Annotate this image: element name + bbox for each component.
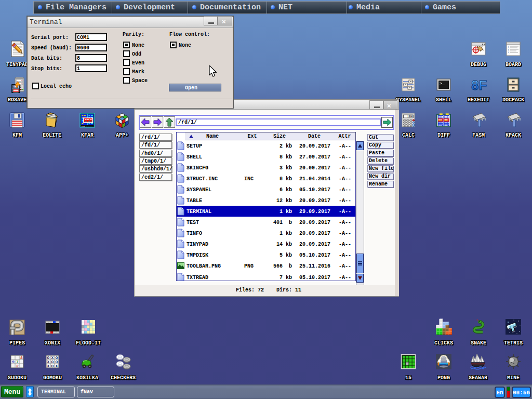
svg-text:EGA: EGA xyxy=(82,125,85,127)
svg-text:9: 9 xyxy=(12,360,15,364)
svg-text:2: 2 xyxy=(16,364,19,368)
svg-text:X: X xyxy=(47,364,50,368)
svg-text:>_: >_ xyxy=(440,81,445,86)
svg-text:8: 8 xyxy=(20,355,23,360)
svg-text:X: X xyxy=(56,364,58,368)
svg-text:O: O xyxy=(51,364,54,368)
svg-text:8F: 8F xyxy=(471,77,487,93)
svg-text:1890: 1890 xyxy=(407,115,413,118)
